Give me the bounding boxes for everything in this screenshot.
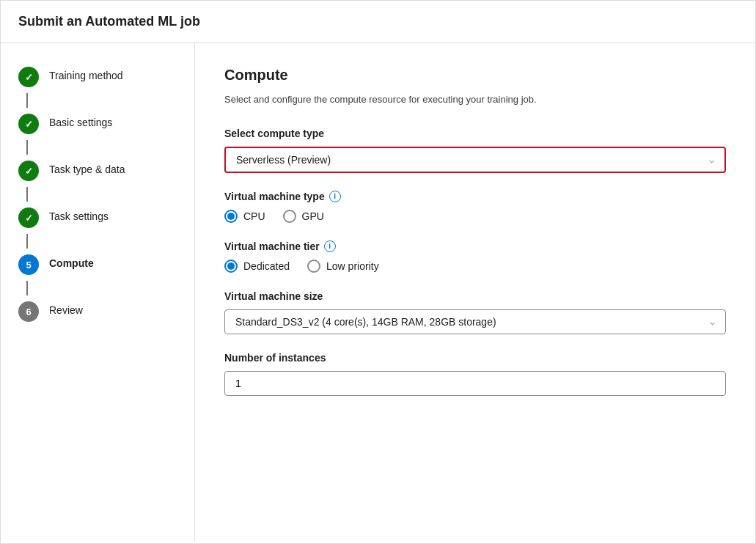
step-icon-task-settings: ✓ bbox=[18, 207, 39, 228]
vm-type-gpu-option[interactable]: GPU bbox=[283, 210, 324, 223]
vm-size-label: Virtual machine size bbox=[224, 290, 726, 302]
sidebar-item-review[interactable]: 6 Review bbox=[1, 295, 194, 328]
step-label-compute: Compute bbox=[49, 254, 94, 269]
checkmark-icon-2: ✓ bbox=[25, 119, 33, 130]
sidebar-item-compute[interactable]: 5 Compute bbox=[1, 249, 194, 281]
low-priority-radio-label: Low priority bbox=[326, 260, 379, 272]
step-label-task-type-data: Task type & data bbox=[49, 161, 125, 175]
step-icon-review: 6 bbox=[18, 301, 39, 322]
step-number-compute: 5 bbox=[26, 260, 31, 271]
chevron-down-icon: ⌵ bbox=[709, 155, 714, 165]
sidebar-item-task-settings[interactable]: ✓ Task settings bbox=[1, 202, 194, 234]
step-label-basic-settings: Basic settings bbox=[49, 114, 112, 128]
vm-size-select[interactable]: Standard_DS3_v2 (4 core(s), 14GB RAM, 28… bbox=[224, 309, 726, 334]
dedicated-radio-inner bbox=[227, 262, 235, 270]
main-content: Compute Select and configure the compute… bbox=[195, 43, 755, 542]
checkmark-icon-3: ✓ bbox=[25, 166, 33, 177]
vm-tier-info-icon[interactable]: i bbox=[324, 240, 336, 252]
vm-size-chevron-icon: ⌵ bbox=[710, 317, 715, 327]
gpu-radio-label: GPU bbox=[302, 210, 324, 222]
sidebar-item-training-method[interactable]: ✓ Training method bbox=[1, 61, 194, 93]
step-label-training-method: Training method bbox=[49, 67, 123, 81]
dedicated-radio-button[interactable] bbox=[224, 260, 238, 273]
vm-type-group: Virtual machine type i CPU GPU bbox=[224, 191, 726, 223]
step-connector-3 bbox=[26, 187, 28, 202]
window-title: Submit an Automated ML job bbox=[18, 14, 200, 29]
step-icon-training-method: ✓ bbox=[18, 67, 39, 87]
step-label-task-settings: Task settings bbox=[49, 207, 109, 222]
compute-type-group: Select compute type Serverless (Preview)… bbox=[224, 128, 726, 173]
step-icon-basic-settings: ✓ bbox=[18, 114, 39, 134]
cpu-radio-label: CPU bbox=[243, 210, 265, 222]
step-connector-4 bbox=[26, 234, 28, 249]
vm-type-radio-group: CPU GPU bbox=[224, 210, 726, 223]
sidebar-item-basic-settings[interactable]: ✓ Basic settings bbox=[1, 108, 194, 140]
num-instances-label: Number of instances bbox=[224, 352, 726, 364]
vm-tier-low-priority-option[interactable]: Low priority bbox=[307, 260, 379, 273]
vm-type-info-icon[interactable]: i bbox=[329, 191, 341, 202]
compute-type-label: Select compute type bbox=[224, 128, 726, 139]
vm-tier-group: Virtual machine tier i Dedicated Low pr bbox=[224, 240, 726, 273]
compute-type-select[interactable]: Serverless (Preview) ⌵ bbox=[224, 147, 726, 173]
step-icon-compute: 5 bbox=[18, 254, 39, 275]
section-description: Select and configure the compute resourc… bbox=[224, 92, 726, 107]
sidebar: ✓ Training method ✓ Basic settings ✓ Tas… bbox=[1, 43, 195, 542]
vm-tier-label: Virtual machine tier i bbox=[224, 240, 726, 252]
vm-size-group: Virtual machine size Standard_DS3_v2 (4 … bbox=[224, 290, 726, 334]
checkmark-icon-4: ✓ bbox=[25, 213, 33, 224]
cpu-radio-button[interactable] bbox=[224, 210, 238, 223]
step-label-review: Review bbox=[49, 301, 83, 316]
num-instances-group: Number of instances bbox=[224, 352, 726, 396]
vm-type-label: Virtual machine type i bbox=[224, 191, 726, 202]
step-icon-task-type-data: ✓ bbox=[18, 161, 39, 181]
compute-type-value: Serverless (Preview) bbox=[236, 154, 331, 166]
step-connector-2 bbox=[26, 140, 28, 155]
checkmark-icon: ✓ bbox=[25, 72, 33, 83]
vm-tier-dedicated-option[interactable]: Dedicated bbox=[224, 260, 290, 273]
section-title: Compute bbox=[224, 67, 726, 84]
app-window: Submit an Automated ML job ✓ Training me… bbox=[0, 0, 756, 544]
low-priority-radio-button[interactable] bbox=[307, 260, 320, 273]
sidebar-item-task-type-data[interactable]: ✓ Task type & data bbox=[1, 155, 194, 187]
gpu-radio-button[interactable] bbox=[283, 210, 296, 223]
step-number-review: 6 bbox=[26, 306, 31, 317]
cpu-radio-inner bbox=[227, 213, 235, 220]
dedicated-radio-label: Dedicated bbox=[243, 260, 290, 272]
title-bar: Submit an Automated ML job bbox=[1, 1, 755, 43]
vm-type-cpu-option[interactable]: CPU bbox=[224, 210, 265, 223]
vm-tier-radio-group: Dedicated Low priority bbox=[224, 260, 726, 273]
vm-size-value: Standard_DS3_v2 (4 core(s), 14GB RAM, 28… bbox=[235, 316, 496, 328]
step-connector-1 bbox=[26, 93, 28, 108]
num-instances-input[interactable] bbox=[224, 371, 726, 396]
step-connector-5 bbox=[26, 281, 28, 295]
